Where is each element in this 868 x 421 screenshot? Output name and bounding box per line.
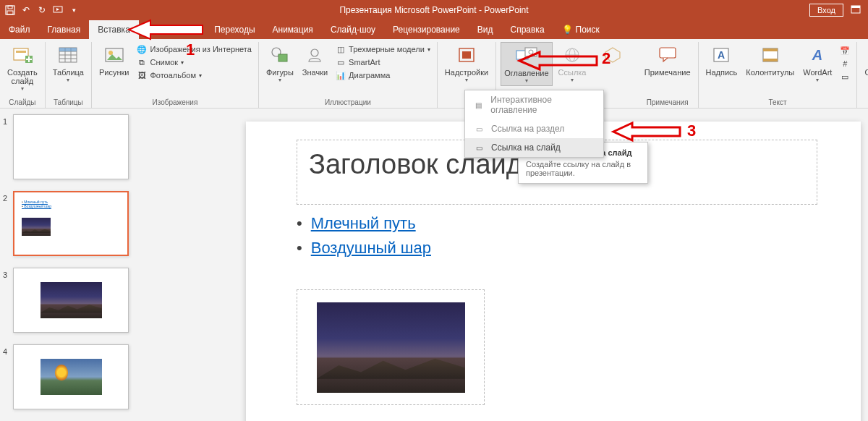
group-comments: Примечание Примечания [637, 42, 699, 108]
group-images-label: Изображения [152, 98, 197, 108]
qat-customize-icon[interactable]: ▾ [68, 4, 80, 16]
symbols-button[interactable]: Ω Символы ▾ [861, 42, 868, 85]
thumb-number: 3 [3, 271, 7, 279]
search-label: Поиск [576, 25, 600, 35]
pictures-button[interactable]: Рисунки [96, 42, 132, 78]
slide-image [317, 302, 465, 393]
thumbnail-3[interactable]: 3 [3, 268, 146, 333]
thumb-image-preview [41, 282, 102, 318]
signin-button[interactable]: Вход [809, 4, 843, 17]
svg-rect-10 [26, 59, 32, 60]
screenshot-icon: ⧉ [137, 57, 147, 67]
dropdown-caret-icon: ▾ [465, 77, 468, 83]
annotation-arrow-3 [613, 122, 682, 145]
comment-button[interactable]: Примечание [642, 42, 694, 78]
object-icon: ▭ [840, 72, 850, 82]
shapes-icon [268, 43, 292, 67]
tab-transitions[interactable]: Переходы [205, 20, 263, 39]
list-item[interactable]: Млечный путь [297, 211, 431, 236]
photoalbum-button[interactable]: 🖼Фотоальбом▾ [135, 69, 253, 81]
svg-rect-37 [763, 59, 778, 61]
headerfooter-icon [759, 43, 782, 67]
workspace: 1 2 Млечный путьВоздушный шар 3 4 Заголо… [0, 109, 868, 421]
object-button[interactable]: ▭ [838, 71, 852, 82]
quick-access-toolbar: ↶ ↻ ▾ [0, 4, 84, 16]
slidenum-icon: # [840, 59, 850, 69]
thumbnail-4[interactable]: 4 [3, 344, 146, 409]
svg-rect-5 [851, 6, 860, 8]
tab-file[interactable]: Файл [0, 20, 39, 39]
dropdown-caret-icon: ▾ [571, 77, 574, 83]
shapes-label: Фигуры [266, 68, 294, 77]
table-button[interactable]: Таблица ▾ [50, 42, 87, 85]
slide-image-placeholder[interactable] [297, 289, 485, 405]
tab-home[interactable]: Главная [39, 20, 90, 39]
date-button[interactable]: 📅 [838, 45, 852, 56]
pictures-label: Рисунки [99, 68, 129, 77]
thumb-links-preview: Млечный путьВоздушный шар [22, 200, 51, 208]
redo-icon[interactable]: ↻ [36, 4, 48, 16]
slide-thumbnails-panel[interactable]: 1 2 Млечный путьВоздушный шар 3 4 [0, 109, 152, 421]
group-comments-label: Примечания [647, 98, 689, 108]
annotation-arrow-2 [519, 51, 599, 74]
table-icon [56, 43, 80, 67]
slidenum-button[interactable]: # [838, 58, 852, 69]
window-title: Презентация Microsoft PowerPoint - Power… [339, 5, 528, 15]
svg-rect-2 [8, 6, 12, 9]
list-item[interactable]: Воздушный шар [297, 236, 431, 260]
tab-help[interactable]: Справка [501, 20, 553, 39]
smartart-button[interactable]: ▭SmartArt [333, 56, 433, 68]
ribbon-display-icon[interactable] [851, 5, 861, 16]
thumb-number: 4 [3, 347, 7, 356]
textbox-button[interactable]: A Надпись [703, 42, 741, 78]
cube-icon: ◫ [336, 44, 346, 54]
slideshow-start-icon[interactable] [52, 4, 64, 16]
title-bar: ↶ ↻ ▾ Презентация Microsoft PowerPoint -… [0, 0, 868, 20]
chart-button[interactable]: 📊Диаграмма [333, 69, 433, 81]
wordart-label: WordArt [803, 68, 832, 77]
group-text-label: Текст [768, 98, 786, 108]
new-slide-icon [11, 43, 34, 67]
hyperlink-2[interactable]: Воздушный шар [311, 239, 431, 257]
new-slide-label: Создать слайд [7, 68, 38, 85]
headerfooter-button[interactable]: Колонтитулы [743, 42, 797, 78]
slide-link-icon: ▭ [472, 143, 485, 153]
svg-text:A: A [718, 49, 725, 61]
thumb-image-preview [41, 359, 102, 395]
models3d-button[interactable]: ◫Трехмерные модели ▾ [333, 43, 433, 55]
icons-icon [303, 43, 326, 67]
svg-text:A: A [812, 47, 822, 63]
svg-rect-17 [59, 48, 77, 51]
toc-summary-icon: ▤ [472, 100, 485, 110]
thumbnail-1[interactable]: 1 [3, 114, 146, 179]
tab-slideshow[interactable]: Слайд-шоу [322, 20, 384, 39]
tooltip-description: Создайте ссылку на слайд в презентации. [526, 160, 640, 177]
tab-search[interactable]: 💡Поиск [553, 20, 608, 39]
thumb-image-preview [22, 218, 51, 236]
menu-item-slide-link[interactable]: ▭ Ссылка на слайд [465, 138, 603, 157]
dropdown-caret-icon: ▾ [525, 77, 528, 84]
thumb-number: 2 [3, 194, 7, 203]
undo-icon[interactable]: ↶ [20, 4, 32, 16]
thumbnail-2[interactable]: 2 Млечный путьВоздушный шар [3, 191, 146, 256]
icons-label: Значки [302, 68, 328, 77]
menu-item-section-link[interactable]: ▭ Ссылка на раздел [465, 119, 603, 138]
svg-rect-7 [16, 51, 26, 53]
tab-view[interactable]: Вид [469, 20, 502, 39]
tab-animation[interactable]: Анимация [264, 20, 322, 39]
headerfooter-label: Колонтитулы [746, 68, 794, 77]
pictures-icon [103, 43, 126, 67]
svg-point-19 [109, 51, 113, 55]
shapes-button[interactable]: Фигуры ▾ [263, 42, 297, 85]
svg-marker-41 [129, 20, 203, 39]
save-icon[interactable] [4, 4, 16, 16]
slide-content-placeholder[interactable]: Млечный путь Воздушный шар [297, 211, 431, 260]
tab-review[interactable]: Рецензирование [384, 20, 469, 39]
wordart-button[interactable]: A WordArt ▾ [800, 42, 835, 85]
menu-item-interactive-toc[interactable]: ▤ Интерактивное оглавление [465, 90, 603, 119]
addins-button[interactable]: Надстройки ▾ [442, 42, 491, 85]
new-slide-button[interactable]: Создать слайд ▾ [4, 42, 41, 93]
dropdown-caret-icon: ▾ [278, 77, 281, 83]
hyperlink-1[interactable]: Млечный путь [311, 214, 416, 232]
icons-button[interactable]: Значки [299, 42, 331, 78]
